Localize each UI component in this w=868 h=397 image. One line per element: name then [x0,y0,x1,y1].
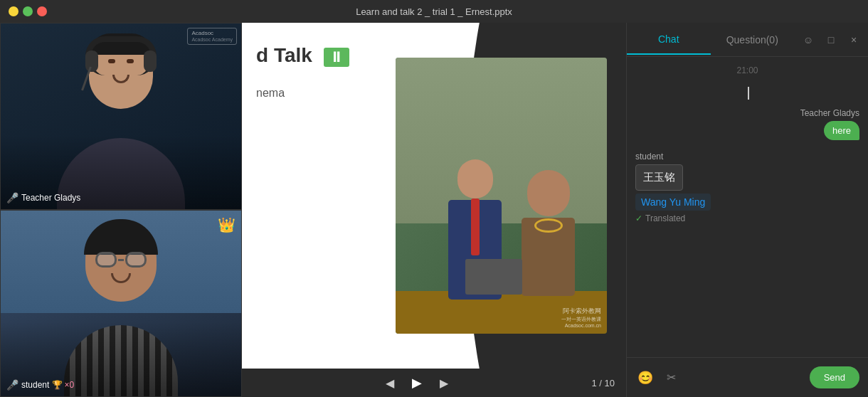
translated-label: Translated [645,213,685,223]
slide-counter: 1 / 10 [591,378,615,388]
window-title: Learn and talk 2 _ trial 1 _ Ernest.pptx [51,6,817,17]
chat-header: Chat Question(0) ☺ □ × [627,23,868,57]
chat-panel: Chat Question(0) ☺ □ × 21:00 Teacher Gla… [626,23,868,397]
emoji-button[interactable]: 😊 [635,368,655,388]
video-overlay [1,23,241,209]
title-bar: − □ × Learn and talk 2 _ trial 1 _ Ernes… [0,0,868,23]
trophy-badge: 🏆 ×0 [52,380,74,390]
acadsoc-logo: Acadsoc [191,30,213,36]
video-overlay-bottom [1,211,241,396]
close-button[interactable]: × [37,6,47,16]
watermark-site: Acadsoc.com.cn [561,323,601,328]
scissors-button[interactable]: ✂ [661,368,681,388]
pause-icon-slide: ⏸ [324,48,349,67]
slide-nav-controls: ◀ ▶ ▶ [253,371,580,394]
chat-footer: 😊 ✂ Send [627,357,868,397]
chat-header-icons: ☺ □ × [794,31,868,48]
maximize-button[interactable]: □ [23,6,33,16]
presentation-panel: d Talk ⏸ nema [242,23,626,397]
question-tab[interactable]: Question(0) [711,26,795,54]
student-chinese-name: 王玉铭 [635,164,683,191]
teacher-name-label: Teacher Gladys [21,193,80,203]
chat-close-button[interactable]: × [845,31,862,48]
slide-image-sim: 阿卡索外教网 一对一英语外教课 Acadsoc.com.cn [396,58,607,334]
video-panel: Acadsoc Acadsoc Academy [0,23,242,397]
slide-watermark: 阿卡索外教网 一对一英语外教课 Acadsoc.com.cn [561,307,601,328]
next-slide-button[interactable]: ▶ [434,373,454,393]
chat-tab[interactable]: Chat [627,25,711,55]
slide-subtitle: nema [256,87,285,100]
student-message-block: student 王玉铭 Wang Yu Ming ✓ Translated [635,152,859,223]
student-name-badge: 🎤 student 🏆 ×0 [6,379,74,391]
watermark-line2: 一对一英语外教课 [561,316,601,323]
teacher-bubble: here [824,121,859,140]
slide-title-prefix: d Talk [256,44,312,66]
chat-minimize-button[interactable]: □ [822,31,840,48]
play-pause-button[interactable]: ▶ [406,371,428,394]
translated-badge: ✓ Translated [635,213,685,223]
watermark-line1: 阿卡索外教网 [561,307,601,316]
slide-title: d Talk ⏸ [256,44,349,67]
send-button[interactable]: Send [810,366,859,388]
teacher-video-feed: Acadsoc Acadsoc Academy [0,23,242,210]
slide-content: d Talk ⏸ nema [242,23,626,369]
check-icon: ✓ [635,213,642,223]
crown-icon: 👑 [218,216,235,233]
presentation-area: d Talk ⏸ nema [242,23,626,397]
slide-controls: ◀ ▶ ▶ 1 / 10 [242,369,626,397]
student-msg-label: student [635,152,663,162]
student-name-label: student [21,380,49,390]
teacher-message: Teacher Gladys here [635,108,859,140]
trophy-icon: 🏆 [52,380,63,390]
minimize-button[interactable]: − [9,6,18,16]
student-english-name: Wang Yu Ming [635,194,711,211]
chat-settings-button[interactable]: ☺ [800,31,817,48]
main-content: Acadsoc Acadsoc Academy [0,23,868,397]
prev-slide-button[interactable]: ◀ [380,373,400,393]
teacher-msg-sender: Teacher Gladys [800,108,859,118]
trophy-count: ×0 [64,380,74,390]
slide-image: 阿卡索外教网 一对一英语外教课 Acadsoc.com.cn [396,58,607,334]
slide-background: d Talk ⏸ nema [242,23,626,369]
text-cursor [748,87,749,100]
teacher-name-badge: 🎤 Teacher Gladys [6,192,80,203]
chat-timestamp: 21:00 [635,65,859,75]
student-video-feed: 👑 🎤 student 🏆 ×0 [0,210,242,397]
chat-messages: 21:00 Teacher Gladys here student 王玉铭 Wa… [627,57,868,357]
